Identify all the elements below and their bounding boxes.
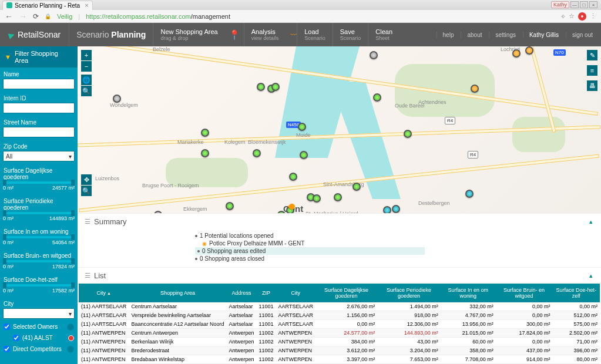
intern-id-input[interactable]	[3, 103, 75, 113]
forward-button[interactable]: →	[19, 12, 27, 21]
map-marker[interactable]	[512, 49, 521, 58]
gear-icon[interactable]: ⚙	[67, 323, 74, 331]
aalst-checkbox[interactable]	[13, 335, 19, 341]
pin-icon[interactable]: 📍	[229, 29, 240, 41]
col-s5[interactable]: Surface Doe-het-zelf	[553, 284, 600, 302]
sonar-icon: ▸	[6, 27, 16, 42]
col-s2[interactable]: Surface Periodieke goederen	[377, 284, 440, 302]
search-icon[interactable]: 🔍	[81, 86, 92, 96]
new-shopping-area-button[interactable]: New Shopping Area drag & drop	[153, 23, 224, 46]
map-marker[interactable]	[404, 130, 412, 138]
surf3-slider[interactable]	[3, 236, 75, 238]
aalst-check[interactable]: (41) AALST	[0, 332, 78, 343]
close-icon[interactable]: ×	[85, 2, 88, 9]
table-row[interactable]: (11) AARTSELAARBaanconcentratie A12 Aart…	[79, 320, 600, 329]
col-shopping[interactable]: Shopping Area	[129, 284, 226, 302]
city-label: City	[0, 297, 78, 308]
col-s1[interactable]: Surface Dagelijkse goederen	[315, 284, 377, 302]
back-button[interactable]: ←	[5, 12, 13, 21]
col-s3[interactable]: Surface In en om woning	[441, 284, 496, 302]
browser-tab[interactable]: Scenario Planning - Reta ×	[2, 1, 93, 10]
map-marker[interactable]	[253, 149, 261, 157]
map-marker[interactable]	[226, 202, 234, 210]
map-marker[interactable]	[257, 83, 265, 91]
selected-owners-checkbox[interactable]	[4, 323, 10, 330]
map-marker[interactable]	[465, 190, 474, 198]
map-marker[interactable]	[201, 129, 209, 137]
col-city2[interactable]: City	[276, 284, 315, 302]
map-marker[interactable]	[392, 205, 400, 213]
list-header[interactable]: ☰ List ▴	[78, 268, 601, 284]
city-select[interactable]: ▾	[3, 308, 75, 319]
street-input[interactable]	[3, 127, 75, 137]
gear-icon[interactable]: ⚙	[67, 346, 74, 353]
selected-owners-check[interactable]: Selected Owners ⚙	[0, 321, 78, 332]
map-marker[interactable]	[525, 46, 533, 55]
url-text[interactable]: https://retailcompass.retailsonar.com/ma…	[86, 13, 230, 20]
map-marker[interactable]	[373, 93, 381, 102]
edit-icon[interactable]: ✎	[587, 50, 597, 60]
user-name[interactable]: Kathy Gillis	[523, 32, 559, 38]
map-marker[interactable]	[298, 123, 306, 131]
table-container[interactable]: City Shopping Area Address ZIP City Surf…	[78, 284, 601, 364]
analysis-button[interactable]: Analysis view details	[244, 23, 286, 46]
zoom-out-icon[interactable]: 🔍	[81, 186, 92, 196]
maximize-button[interactable]: □	[580, 1, 588, 8]
zip-select[interactable]: All▾	[3, 151, 75, 161]
table-row[interactable]: (11) ANTWERPENBrederodestraatAntwerpen11…	[79, 346, 600, 355]
chevron-up-icon[interactable]: ▴	[589, 272, 593, 279]
clean-sheet-button[interactable]: Clean Sheet	[368, 23, 399, 46]
map-marker[interactable]	[201, 149, 209, 157]
map[interactable]: Belzele Lochristi Wondelgem Mariakerke K…	[78, 46, 601, 213]
surf1-slider[interactable]	[3, 181, 75, 184]
load-scenario-button[interactable]: Load Scenario	[297, 23, 333, 46]
direct-competitors-checkbox[interactable]	[4, 346, 10, 352]
col-zip[interactable]: ZIP	[257, 284, 276, 302]
zoom-in-button[interactable]: +	[81, 50, 92, 60]
map-marker[interactable]	[383, 206, 391, 213]
chevron-up-icon[interactable]: ▴	[589, 218, 593, 225]
col-s4[interactable]: Surface Bruin- en witgoed	[496, 284, 553, 302]
reload-button[interactable]: ⟳	[33, 12, 39, 21]
minimize-button[interactable]: —	[570, 1, 579, 8]
map-marker[interactable]	[300, 151, 308, 159]
layers-icon[interactable]: ≡	[587, 65, 597, 76]
save-scenario-button[interactable]: Save Scenario	[333, 23, 368, 46]
map-marker[interactable]	[271, 83, 280, 91]
menu-icon[interactable]: ⋮	[590, 12, 596, 20]
table-row[interactable]: (11) ANTWERPENCentrum AntwerpenAntwerpen…	[79, 329, 600, 338]
direct-competitors-check[interactable]: Direct Competitors ⚙	[0, 343, 78, 355]
extension-icon[interactable]: ●	[578, 12, 586, 21]
name-input[interactable]	[3, 79, 75, 89]
summary-header[interactable]: ☰ Summary ▴	[78, 214, 601, 230]
zoom-out-button[interactable]: −	[81, 61, 92, 72]
map-marker[interactable]	[334, 193, 342, 201]
map-marker[interactable]	[370, 51, 378, 59]
signout-link[interactable]: sign out	[566, 32, 593, 38]
col-city[interactable]: City	[79, 284, 129, 302]
map-marker[interactable]	[313, 194, 321, 203]
map-marker[interactable]	[289, 173, 297, 181]
surf2-slider[interactable]	[3, 212, 75, 214]
globe-icon[interactable]: 🌐	[81, 75, 92, 85]
about-link[interactable]: about	[461, 32, 482, 38]
app-logo[interactable]: ▸ RetailSonar	[0, 28, 69, 42]
star-icon[interactable]: ☆	[569, 12, 575, 20]
surf5-slider[interactable]	[3, 284, 75, 287]
filter-icon: ▼	[5, 53, 11, 60]
map-label: Wondelgem	[110, 102, 138, 108]
close-window-button[interactable]: ×	[589, 1, 597, 8]
table-row[interactable]: (11) ANTWERPENBredabaan WinkelstapAntwer…	[79, 355, 600, 364]
table-row[interactable]: (11) AARTSELAARCentrum AartselaarAartsel…	[79, 302, 600, 311]
help-link[interactable]: help	[437, 32, 454, 38]
table-row[interactable]: (11) ANTWERPENBerkenlaan WilrijkAntwerpe…	[79, 338, 600, 346]
col-address[interactable]: Address	[226, 284, 256, 302]
print-icon[interactable]: 🖶	[587, 80, 597, 91]
move-icon[interactable]: ✥	[81, 174, 92, 185]
map-marker[interactable]	[113, 95, 121, 103]
table-row[interactable]: (11) AARTSELAARVerspreide bewinkeling Aa…	[79, 311, 600, 320]
map-marker[interactable]	[471, 85, 479, 93]
settings-link[interactable]: settings	[489, 32, 515, 38]
map-marker[interactable]	[352, 183, 361, 191]
surf4-slider[interactable]	[3, 260, 75, 262]
